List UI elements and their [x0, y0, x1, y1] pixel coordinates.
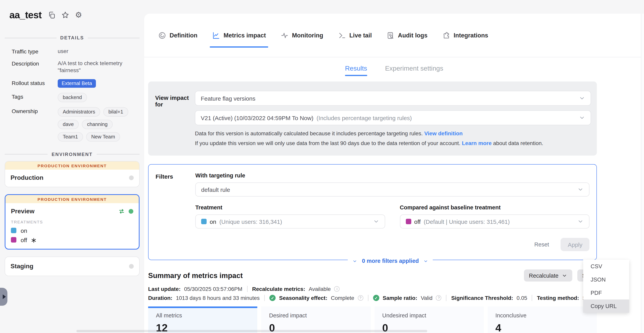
- reset-button[interactable]: Reset: [534, 241, 549, 248]
- baseline-label: Compared against baseline treatment: [400, 204, 590, 210]
- check-circle-icon: ✓: [269, 295, 276, 301]
- treatment-dropdown[interactable]: on (Unique users: 316,341): [195, 214, 385, 228]
- version-value: V21 (Active) (10/03/2022 04:59PM To Now): [201, 114, 314, 121]
- tab-integrations[interactable]: Integrations: [442, 14, 488, 57]
- testing-method-label: Testing method:: [537, 295, 579, 301]
- vertical-scrollbar-track[interactable]: [641, 14, 644, 333]
- owner-chip[interactable]: channing: [82, 120, 113, 129]
- subtab-results[interactable]: Results: [345, 65, 367, 72]
- tab-label: Audit logs: [398, 32, 428, 39]
- tab-metrics-impact[interactable]: Metrics impact: [212, 14, 266, 57]
- chevron-down-icon: [352, 258, 357, 263]
- gear-icon[interactable]: ⚙: [75, 11, 82, 19]
- question-icon[interactable]: ?: [436, 295, 442, 301]
- version-dropdown[interactable]: V21 (Active) (10/03/2022 04:59PM To Now)…: [195, 110, 591, 125]
- version-info-text: Data for this version is automatically c…: [195, 130, 423, 136]
- card-label: All metrics: [156, 312, 258, 318]
- sidebar: DETAILS Traffic type user Description A/…: [0, 30, 144, 333]
- impact-scope-value: Feature flag versions: [201, 95, 255, 102]
- chevron-down-icon: [562, 273, 567, 278]
- treatment-on-swatch: [11, 228, 16, 233]
- apply-button[interactable]: Apply: [561, 238, 590, 251]
- question-icon[interactable]: ?: [358, 295, 363, 301]
- baseline-dropdown[interactable]: off (Default | Unique users: 315,461): [400, 214, 590, 228]
- menu-item-csv[interactable]: CSV: [583, 260, 629, 273]
- env-card-preview[interactable]: PRODUCTION ENVIRONMENT Preview TREATMENT…: [5, 194, 140, 249]
- summary-title: Summary of metrics impact: [148, 271, 243, 280]
- environment-title: ENVIRONMENT: [52, 152, 92, 157]
- details-divider: DETAILS: [5, 35, 140, 40]
- seasonality-value: Complete: [331, 295, 354, 301]
- tab-label: Integrations: [454, 32, 488, 39]
- menu-item-pdf[interactable]: PDF: [583, 286, 629, 300]
- sample-ratio-value: Valid: [421, 295, 432, 301]
- last-update-label: Last update:: [148, 286, 180, 292]
- tab-definition[interactable]: Definition: [158, 14, 198, 57]
- env-card-staging[interactable]: Staging: [5, 256, 140, 276]
- owner-chip[interactable]: Administrators: [58, 107, 100, 116]
- treatment-on-swatch: [201, 219, 206, 224]
- significance-label: Significance Threshold:: [451, 295, 513, 301]
- summary-meta-line2: Duration: 1013 days 8 hours and 33 minut…: [148, 295, 644, 301]
- environment-divider: ENVIRONMENT: [5, 152, 140, 157]
- recalc-metrics-value: Available: [309, 286, 331, 292]
- recalculate-label: Recalculate: [529, 272, 559, 278]
- app-screen: aa_test ⚙ DETAILS Traffic type user Desc…: [0, 0, 644, 333]
- owner-chip[interactable]: New Team: [86, 132, 120, 141]
- treatment-value: on: [210, 218, 216, 225]
- tag-chip[interactable]: backend: [58, 92, 87, 102]
- card-all-metrics[interactable]: All metrics 12: [148, 306, 258, 333]
- card-inconclusive[interactable]: Inconclusive 4: [488, 306, 597, 333]
- owner-chip[interactable]: bilal+1: [103, 107, 128, 116]
- env-card-production[interactable]: PRODUCTION ENVIRONMENT Production: [5, 161, 140, 187]
- card-undesired-impact[interactable]: Undesired impact 0: [374, 306, 484, 333]
- treatment-off-label: off: [21, 236, 27, 243]
- share-results-menu: CSV JSON PDF Copy URL: [583, 260, 629, 313]
- more-filters-toggle[interactable]: 0 more filters applied: [348, 258, 433, 264]
- details-title: DETAILS: [60, 35, 84, 40]
- chevron-down-icon: [579, 95, 585, 102]
- chevron-down-icon: [373, 218, 379, 224]
- tab-label: Live tail: [349, 32, 372, 39]
- treatments-label: TREATMENTS: [11, 219, 133, 224]
- tab-label: Metrics impact: [224, 32, 266, 39]
- treatment-off-swatch: [406, 219, 411, 224]
- traffic-type-value: user: [58, 48, 137, 54]
- horizontal-scrollbar-thumb[interactable]: [76, 330, 427, 332]
- subtab-experiment-settings[interactable]: Experiment settings: [385, 65, 443, 72]
- sample-ratio-label: Sample ratio:: [382, 295, 417, 301]
- env-status-dot: [129, 264, 134, 268]
- chevron-down-icon: [579, 115, 585, 121]
- version-note: (Includes percentage targeting rules): [316, 114, 412, 121]
- rollout-status-label: Rollout status: [12, 79, 55, 88]
- tab-audit-logs[interactable]: Audit logs: [387, 14, 428, 57]
- recalculate-button[interactable]: Recalculate: [524, 270, 572, 282]
- view-definition-link[interactable]: View definition: [424, 130, 463, 136]
- menu-item-copy-url[interactable]: Copy URL: [583, 300, 629, 313]
- check-circle-icon: ✓: [373, 295, 379, 301]
- sidebar-collapse-handle[interactable]: [0, 288, 8, 306]
- tab-monitoring[interactable]: Monitoring: [281, 14, 323, 57]
- menu-item-json[interactable]: JSON: [583, 273, 629, 286]
- star-icon[interactable]: [62, 11, 69, 19]
- impact-scope-dropdown[interactable]: Feature flag versions: [195, 91, 591, 106]
- recalc-metrics-label: Recalculate metrics:: [252, 286, 305, 292]
- last-update-value: 05/30/2025 03:57:06PM: [184, 286, 242, 292]
- tabs-bar: Definition Metrics impact Monitoring Liv…: [144, 14, 644, 57]
- treatment-off-swatch: [11, 237, 16, 242]
- chevron-down-icon: [577, 218, 584, 224]
- card-desired-impact[interactable]: Desired impact 0: [262, 306, 371, 333]
- owner-chip[interactable]: Team1: [58, 132, 83, 141]
- targeting-rule-dropdown[interactable]: default rule: [195, 182, 590, 196]
- ownership-label: Ownership: [12, 107, 55, 141]
- learn-more-link[interactable]: Learn more: [462, 140, 492, 146]
- puzzle-icon: [442, 32, 450, 39]
- view-impact-panel: View impact for Feature flag versions V2…: [148, 82, 597, 156]
- owner-chip[interactable]: dave: [58, 120, 79, 129]
- production-env-banner: PRODUCTION ENVIRONMENT: [5, 161, 139, 170]
- env-status-dot-active: [129, 209, 133, 214]
- more-filters-label: 0 more filters applied: [362, 258, 419, 264]
- info-icon[interactable]: i: [334, 286, 340, 292]
- copy-icon[interactable]: [48, 11, 55, 19]
- tab-live-tail[interactable]: Live tail: [338, 14, 372, 57]
